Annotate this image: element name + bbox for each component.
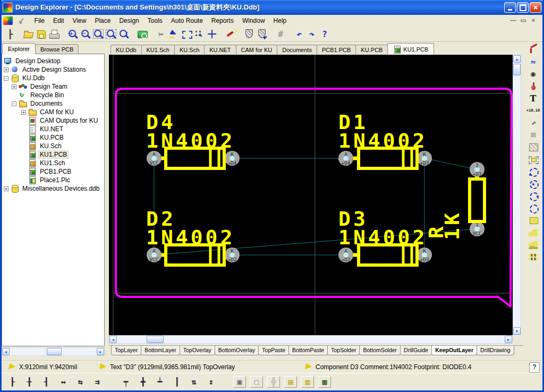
place-component-icon[interactable] [527,155,540,164]
zoom-out-icon[interactable]: − [79,28,92,40]
scrollbar-thumb[interactable] [47,348,62,355]
arrange-outside-icon[interactable]: ▥ [301,376,314,388]
place-coordinate-icon[interactable]: +10,10 [527,106,540,115]
snap-grid-icon[interactable]: ╬ [267,376,280,388]
paste-array-icon[interactable] [527,252,540,262]
increase-h-spacing-icon[interactable]: ⇆ [74,376,87,388]
layer-tab[interactable]: BottomPaste [288,346,328,355]
tree-toggle[interactable]: + [4,186,8,191]
panel-tab[interactable]: Browse PCB [35,44,79,54]
document-tab[interactable]: KU.PCB [355,45,388,55]
center-vertical-icon[interactable]: ┃ [171,376,183,388]
align-top-icon[interactable]: ┯ [120,376,132,388]
cut-icon[interactable]: ✂ [155,28,167,40]
distribute-horizontal-icon[interactable]: ↔ [57,376,70,388]
tree-item[interactable]: KU.NET [2,125,104,133]
menu-item[interactable]: Edit [49,15,69,26]
tree-item[interactable]: KU.PCB [2,133,104,142]
decrease-v-spacing-icon[interactable]: ↕ [205,376,217,388]
document-tab[interactable]: KU1.Sch [141,45,175,55]
place-track-icon[interactable] [527,45,540,54]
menu-item[interactable]: Window [238,15,269,26]
align-center-horizontal-icon[interactable]: ╂ [23,376,36,388]
tree-item[interactable]: PCB1.PCB [2,167,104,176]
place-arc-edge-icon[interactable] [527,167,540,176]
panel-tab[interactable]: Explorer [2,43,36,54]
tree-item[interactable]: KU1.PCB [2,150,104,159]
layer-tab[interactable]: DrillDrawing [477,346,514,355]
place-room-icon[interactable]: ⊠ [527,130,540,140]
menu-item[interactable]: Tools [143,15,167,26]
tree-toggle[interactable]: + [4,67,8,72]
document-tab[interactable]: CAM for KU [236,45,278,55]
move-item-icon[interactable] [193,28,206,40]
decrease-h-spacing-icon[interactable]: ⇉ [91,376,104,388]
menu-item[interactable]: Reports [207,15,238,26]
place-arc-center-icon[interactable] [527,179,540,189]
tree-item[interactable]: + CAM for KU [2,108,104,116]
silkscreen-text[interactable]: 1N4002 [146,226,235,249]
place-arc-angle-icon[interactable] [527,191,540,201]
document-tab[interactable]: Documents [277,45,317,55]
increase-v-spacing-icon[interactable]: ⇅ [188,376,200,388]
silkscreen-text[interactable]: 1N4002 [146,129,235,152]
app-menu-icon[interactable] [3,16,13,25]
place-polygon-cutout-icon[interactable] [527,240,540,250]
zoom-point-icon[interactable]: : [117,28,130,40]
component-D1[interactable]: A+D4K+D3D11N4002 [338,110,432,168]
tree-item[interactable]: KU1.Sch [2,159,104,167]
select-area-icon[interactable] [180,28,193,40]
zoom-all-icon[interactable] [92,28,105,40]
menu-item[interactable]: View [69,15,91,26]
layer-tab[interactable]: BottomOverlay [215,346,259,355]
menu-item[interactable]: Auto Route [167,15,207,26]
mdi-minimize-button[interactable]: — [509,17,517,24]
grid-icon[interactable]: # [274,28,287,40]
menu-item[interactable]: Help [269,15,291,26]
minimize-button[interactable] [504,2,516,13]
undo-icon[interactable]: ↶ [293,28,305,40]
arrange-components-icon[interactable]: ▤ [284,376,297,388]
maximize-button[interactable] [517,2,529,13]
save-icon[interactable] [35,28,48,40]
document-tab[interactable]: PCB1.PCB [317,45,356,55]
layer-tab[interactable]: BottomSolder [359,346,401,355]
silkscreen-text[interactable]: 1N4002 [338,226,427,249]
place-via-icon[interactable] [527,81,540,91]
silkscreen-text[interactable]: 1K [440,210,464,240]
place-dimension-icon[interactable]: ↔ [525,115,541,131]
align-bottom-icon[interactable]: ┷ [154,376,166,388]
layer-tab[interactable]: DrillGuide [400,346,432,355]
tree-item[interactable]: - KU.Ddb [2,74,104,82]
close-button[interactable]: × [530,2,541,13]
tree-item[interactable]: Place1.Plc [2,176,104,184]
tree-item[interactable]: - Documents [2,99,104,108]
place-array-icon[interactable]: ▩ [318,376,331,388]
board-view-icon[interactable] [136,28,149,40]
panel-splitter[interactable] [105,42,109,356]
place-polygon-icon[interactable] [527,228,540,237]
mdi-restore-button[interactable]: ▭ [519,17,528,24]
tree-item[interactable]: KU.Sch [2,142,104,150]
layer-tab[interactable]: BottomLayer [141,346,180,355]
tree-item[interactable]: + Miscellaneous Devices.ddb [2,184,104,193]
tree-toggle[interactable]: - [12,101,16,106]
move-cross-icon[interactable] [206,28,218,40]
scroll-right-icon[interactable]: ▸ [97,348,104,355]
move-to-grid-icon[interactable]: ▣ [233,376,246,388]
menu-item[interactable]: Place [90,15,115,26]
tree-toggle[interactable]: + [21,110,26,115]
scroll-left-icon[interactable]: ◂ [109,336,117,343]
mdi-close-button[interactable]: × [529,17,538,24]
context-help-button[interactable]: ? [529,362,540,373]
paste-arrow-icon[interactable] [167,28,180,40]
place-curved-track-icon[interactable]: ≈ [527,57,540,66]
component-D2[interactable]: AVCCK+D2D21N4002 [146,207,240,265]
deselect-wand-icon[interactable] [224,28,237,40]
scroll-right-icon[interactable]: ▸ [505,336,512,343]
tree-item[interactable]: + Design Team [2,82,104,91]
layer-tab[interactable]: TopPaste [258,346,289,355]
document-tab[interactable]: KU1.PCB [387,43,434,55]
document-tab[interactable]: KU.Ddb [110,45,142,55]
selection-frame-icon[interactable]: ▢ [250,376,263,388]
